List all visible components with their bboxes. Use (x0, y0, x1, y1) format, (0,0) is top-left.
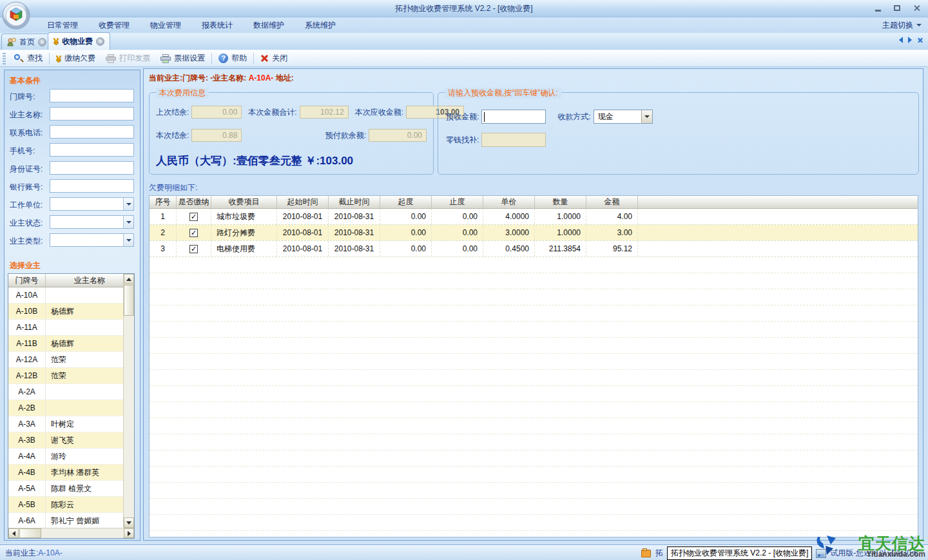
field-row-3: 手机号: (5, 141, 140, 159)
close-red-icon (260, 54, 269, 63)
owner-row[interactable]: A-4B李均林 潘群英 (8, 465, 123, 481)
owner-list-header: 门牌号 业主名称 (8, 274, 134, 287)
toolbar-button-3[interactable]: 票据设置 (155, 51, 210, 66)
menu-item-4[interactable]: 数据维护 (243, 17, 295, 33)
tab-collect-fee[interactable]: ¥ 收物业费 ✕ (48, 32, 110, 50)
tab-close-icon[interactable]: ✕ (96, 37, 104, 46)
table-header-0[interactable]: 序号 (150, 196, 177, 208)
owner-row[interactable]: A-5B陈彩云 (8, 497, 123, 513)
toolbar-button-4[interactable]: ?帮助 (213, 51, 252, 66)
scroll-left-icon[interactable] (8, 528, 19, 538)
menu-item-3[interactable]: 报表统计 (191, 17, 243, 33)
owner-row[interactable]: A-11A (8, 320, 123, 336)
pay-method-select[interactable]: 现金 (594, 110, 653, 124)
field-input-2[interactable] (50, 125, 134, 139)
text-caret (484, 112, 485, 122)
table-row[interactable]: 2✓路灯分摊费2010-08-012010-08-310.000.003.000… (150, 225, 918, 241)
table-header-7[interactable]: 单价 (483, 196, 535, 208)
pay-method-label: 收款方式: (557, 111, 590, 122)
paid-checkbox[interactable]: ✓ (189, 229, 198, 237)
toolbar-button-1[interactable]: ¥缴纳欠费 (51, 51, 101, 66)
chevron-down-icon[interactable] (123, 216, 133, 228)
field-label-0: 门牌号: (10, 92, 35, 102)
close-window-button[interactable] (909, 3, 924, 14)
field-input-5[interactable] (50, 179, 134, 193)
table-header-2[interactable]: 收费项目 (211, 196, 277, 208)
minimize-button[interactable] (870, 3, 885, 14)
owner-door-no: A-5B (8, 497, 46, 512)
owner-list-header-name[interactable]: 业主名称 (46, 274, 134, 287)
owner-row[interactable]: A-3B谢飞英 (8, 432, 123, 449)
table-header-filler (638, 196, 918, 208)
scrollbar-thumb[interactable] (124, 285, 134, 316)
field-label-2: 联系电话: (10, 128, 43, 139)
owner-row[interactable]: A-2B (8, 400, 123, 416)
owner-row[interactable]: A-10A (8, 287, 123, 304)
toolbar-button-5[interactable]: 关闭 (255, 51, 293, 66)
chevron-down-icon[interactable] (123, 198, 133, 210)
maximize-button[interactable] (889, 3, 905, 14)
table-header-5[interactable]: 起度 (380, 196, 432, 208)
scroll-down-icon[interactable] (124, 517, 134, 528)
chevron-down-icon[interactable] (123, 234, 133, 246)
owner-list-vertical-scrollbar[interactable] (123, 274, 134, 528)
table-header-9[interactable]: 金额 (586, 196, 638, 208)
toolbar-button-0[interactable]: 查找 (8, 51, 48, 66)
prepaid-field: 0.00 (369, 129, 427, 142)
owner-row[interactable]: A-2A (8, 384, 123, 400)
table-cell: ✓ (177, 225, 211, 240)
taskbar-item-clipped[interactable]: 拓 (655, 548, 663, 559)
table-row[interactable]: 3✓电梯使用费2010-08-012010-08-310.000.000.450… (150, 241, 918, 257)
field-input-1[interactable] (50, 107, 134, 121)
table-header-8[interactable]: 数量 (535, 196, 586, 208)
field-row-1: 业主名称: (5, 105, 140, 123)
table-row[interactable]: 1✓城市垃圾费2010-08-012010-08-310.000.004.000… (150, 209, 918, 225)
table-header-1[interactable]: 是否缴纳 (177, 196, 211, 208)
scroll-up-icon[interactable] (124, 274, 134, 284)
tab-scroll-left-icon[interactable] (899, 37, 903, 43)
prepay-amount-input[interactable] (481, 110, 546, 124)
field-row-2: 联系电话: (5, 123, 140, 141)
paid-checkbox[interactable]: ✓ (189, 245, 198, 253)
owner-row[interactable]: A-12B范荣 (8, 368, 123, 384)
owner-row[interactable]: A-12A范荣 (8, 352, 123, 368)
menu-item-5[interactable]: 系统维护 (295, 17, 346, 33)
scrollbar-thumb[interactable] (19, 528, 41, 538)
table-header-3[interactable]: 起始时间 (277, 196, 329, 208)
amount-in-words: 人民币（大写）:壹佰零叁元整 ￥:103.00 (156, 153, 353, 168)
paid-checkbox[interactable]: ✓ (189, 213, 198, 221)
table-empty-row (150, 257, 918, 273)
owner-row[interactable]: A-6A郭礼宁 曾媚媚 (8, 513, 123, 528)
field-input-0[interactable] (50, 89, 134, 102)
menu-item-1[interactable]: 收费管理 (88, 17, 140, 33)
menu-item-0[interactable]: 日常管理 (37, 17, 88, 33)
table-header-6[interactable]: 止度 (432, 196, 483, 208)
maximize-icon (894, 5, 900, 11)
owner-list-horizontal-scrollbar[interactable] (8, 528, 134, 538)
field-input-4[interactable] (50, 161, 134, 175)
select-owner-title: 选择业主 (10, 260, 41, 271)
field-input-3[interactable] (50, 143, 134, 157)
table-header-4[interactable]: 截止时间 (329, 196, 380, 208)
field-select-8[interactable] (50, 233, 134, 247)
tab-close-all-icon[interactable] (917, 37, 923, 43)
theme-switch-button[interactable]: 主题切换 (882, 17, 922, 33)
owner-row[interactable]: A-11B杨德辉 (8, 336, 123, 352)
owner-row[interactable]: A-5A陈群 植景文 (8, 481, 123, 497)
menu-item-2[interactable]: 物业管理 (140, 17, 191, 33)
scroll-right-icon[interactable] (124, 528, 134, 538)
owner-row[interactable]: A-3A叶树定 (8, 416, 123, 432)
field-row-7: 业主状态: (5, 213, 140, 231)
tab-scroll-right-icon[interactable] (908, 37, 912, 43)
tab-close-icon[interactable]: ✕ (38, 38, 46, 46)
field-select-6[interactable] (50, 197, 134, 211)
chevron-down-icon[interactable] (641, 110, 652, 123)
field-select-7[interactable] (50, 215, 134, 229)
owner-row[interactable]: A-4A游玲 (8, 449, 123, 465)
app-logo-icon[interactable] (2, 1, 31, 30)
owner-door-no: A-12B (8, 368, 46, 383)
tab-home[interactable]: 首页 ✕ (1, 34, 52, 50)
owner-door-no: A-12A (8, 352, 46, 367)
owner-row[interactable]: A-10B杨德辉 (8, 304, 123, 320)
owner-list-header-door[interactable]: 门牌号 (8, 274, 46, 287)
